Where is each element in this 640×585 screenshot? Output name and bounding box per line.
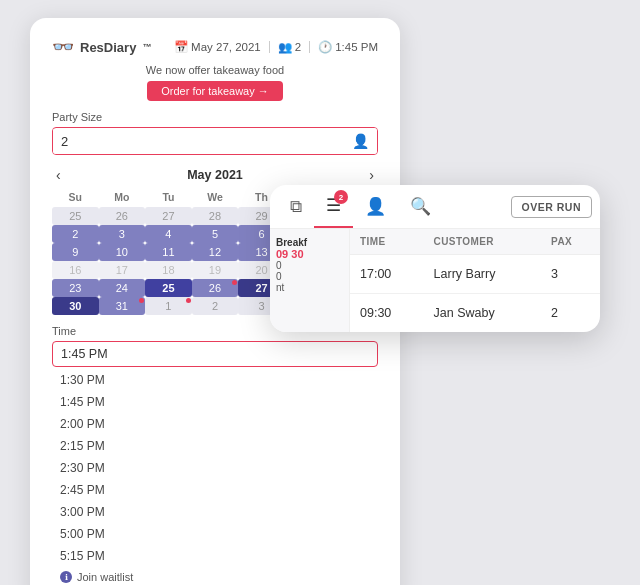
table-cell-time: 09:30 <box>350 294 424 333</box>
sidebar-section-line2: 0 <box>276 260 343 271</box>
calendar-day-cell[interactable]: 19 <box>192 261 239 279</box>
calendar-day-header: Mo <box>99 189 146 207</box>
calendar-month-label: May 2021 <box>187 168 243 182</box>
calendar-day-cell[interactable]: 31 <box>99 297 146 315</box>
calendar-day-cell[interactable]: 9 <box>52 243 99 261</box>
waitlist-row[interactable]: ℹ Join waitlist <box>52 567 378 585</box>
prev-month-button[interactable]: ‹ <box>52 167 65 183</box>
party-size-input[interactable] <box>53 129 344 154</box>
header-date: May 27, 2021 <box>191 41 261 53</box>
time-icon: 🕐 <box>318 40 332 54</box>
calendar-day-cell[interactable]: 18 <box>145 261 192 279</box>
logo-area: 👓 ResDiary™ <box>52 36 151 58</box>
calendar-day-cell[interactable]: 5 <box>192 225 239 243</box>
time-list-item[interactable]: 1:30 PM <box>52 369 378 391</box>
calendar-day-cell[interactable]: 25 <box>145 279 192 297</box>
time-list-item[interactable]: 1:45 PM <box>52 391 378 413</box>
time-list-item[interactable]: 3:00 PM <box>52 501 378 523</box>
header-meta: 📅 May 27, 2021 👥 2 🕐 1:45 PM <box>174 40 378 54</box>
divider <box>269 41 270 53</box>
list-toolbar-button[interactable]: ☰ 2 <box>314 185 353 228</box>
table-row[interactable]: 09:30Jan Swaby2 <box>350 294 600 333</box>
waitlist-label: Join waitlist <box>77 571 133 583</box>
calendar-day-cell[interactable]: 16 <box>52 261 99 279</box>
time-list-item[interactable]: 2:45 PM <box>52 479 378 501</box>
calendar-day-cell[interactable]: 26 <box>192 279 239 297</box>
sidebar-section-time: 09 30 <box>276 248 343 260</box>
calendar-day-cell[interactable]: 2 <box>52 225 99 243</box>
panel-content: Breakf 09 30 0 0 nt TIME CUSTOMER PAX 17… <box>270 229 600 332</box>
divider2 <box>309 41 310 53</box>
calendar-day-cell[interactable]: 4 <box>145 225 192 243</box>
panel-table-wrap: TIME CUSTOMER PAX 17:00Larry Barry309:30… <box>350 229 600 332</box>
col-time: TIME <box>350 229 424 255</box>
time-list-item[interactable]: 2:00 PM <box>52 413 378 435</box>
col-pax: PAX <box>541 229 600 255</box>
person-icon: 👤 <box>344 128 377 154</box>
dot-indicator <box>232 280 237 285</box>
overlay-panel: ⧉ ☰ 2 👤 🔍 OVER RUN Breakf 09 30 0 0 nt <box>270 185 600 332</box>
panel-toolbar: ⧉ ☰ 2 👤 🔍 OVER RUN <box>270 185 600 229</box>
header-guests: 2 <box>295 41 301 53</box>
calendar-day-cell[interactable]: 10 <box>99 243 146 261</box>
calendar-day-cell[interactable]: 30 <box>52 297 99 315</box>
calendar-nav: ‹ May 2021 › <box>52 167 378 183</box>
table-cell-pax: 2 <box>541 294 600 333</box>
table-cell-customer: Jan Swaby <box>424 294 541 333</box>
sidebar-section-title: Breakf <box>276 237 343 248</box>
calendar-day-cell[interactable]: 2 <box>192 297 239 315</box>
calendar-day-cell[interactable]: 3 <box>99 225 146 243</box>
panel-table-header: TIME CUSTOMER PAX <box>350 229 600 255</box>
guests-toolbar-icon: 👤 <box>365 196 386 217</box>
time-list-item[interactable]: 2:30 PM <box>52 457 378 479</box>
sidebar-section-line4: nt <box>276 282 343 293</box>
table-cell-pax: 3 <box>541 255 600 294</box>
guests-meta: 👥 2 <box>278 40 301 54</box>
party-size-field: 👤 <box>52 127 378 155</box>
calendar-day-cell[interactable]: 17 <box>99 261 146 279</box>
calendar-day-cell[interactable]: 23 <box>52 279 99 297</box>
panel-table-body: 17:00Larry Barry309:30Jan Swaby2 <box>350 255 600 333</box>
calendar-day-cell[interactable]: 11 <box>145 243 192 261</box>
copy-icon: ⧉ <box>290 197 302 217</box>
next-month-button[interactable]: › <box>365 167 378 183</box>
time-list: 1:30 PM1:45 PM2:00 PM2:15 PM2:30 PM2:45 … <box>52 369 378 567</box>
copy-toolbar-button[interactable]: ⧉ <box>278 187 314 227</box>
sidebar-entry-breakfast: Breakf 09 30 0 0 nt <box>276 237 343 293</box>
search-toolbar-icon: 🔍 <box>410 196 431 217</box>
sidebar-section-line3: 0 <box>276 271 343 282</box>
dot-indicator <box>139 298 144 303</box>
guests-icon: 👥 <box>278 40 292 54</box>
calendar-day-cell[interactable]: 27 <box>145 207 192 225</box>
calendar-day-header: We <box>192 189 239 207</box>
calendar-day-cell[interactable]: 12 <box>192 243 239 261</box>
calendar-day-cell[interactable]: 28 <box>192 207 239 225</box>
time-list-item[interactable]: 5:15 PM <box>52 545 378 567</box>
calendar-day-cell[interactable]: 25 <box>52 207 99 225</box>
guests-toolbar-button[interactable]: 👤 <box>353 186 398 227</box>
search-toolbar-button[interactable]: 🔍 <box>398 186 443 227</box>
calendar-day-cell[interactable]: 24 <box>99 279 146 297</box>
dot-indicator <box>186 298 191 303</box>
party-size-label: Party Size <box>52 111 378 123</box>
calendar-day-cell[interactable]: 1 <box>145 297 192 315</box>
takeaway-banner: We now offer takeaway food Order for tak… <box>52 64 378 101</box>
badge-count: 2 <box>334 190 348 204</box>
card-header: 👓 ResDiary™ 📅 May 27, 2021 👥 2 🕐 1:45 PM <box>52 36 378 58</box>
table-row[interactable]: 17:00Larry Barry3 <box>350 255 600 294</box>
calendar-day-header: Tu <box>145 189 192 207</box>
time-selected-display[interactable]: 1:45 PM <box>52 341 378 367</box>
time-list-item[interactable]: 2:15 PM <box>52 435 378 457</box>
takeaway-text: We now offer takeaway food <box>52 64 378 76</box>
overrun-button[interactable]: OVER RUN <box>511 196 592 218</box>
table-cell-time: 17:00 <box>350 255 424 294</box>
panel-table: TIME CUSTOMER PAX 17:00Larry Barry309:30… <box>350 229 600 332</box>
date-icon: 📅 <box>174 40 188 54</box>
table-cell-customer: Larry Barry <box>424 255 541 294</box>
logo-icon: 👓 <box>52 36 74 58</box>
logo-tm: ™ <box>142 42 151 52</box>
takeaway-button[interactable]: Order for takeaway → <box>147 81 283 101</box>
calendar-day-header: Su <box>52 189 99 207</box>
time-list-item[interactable]: 5:00 PM <box>52 523 378 545</box>
calendar-day-cell[interactable]: 26 <box>99 207 146 225</box>
